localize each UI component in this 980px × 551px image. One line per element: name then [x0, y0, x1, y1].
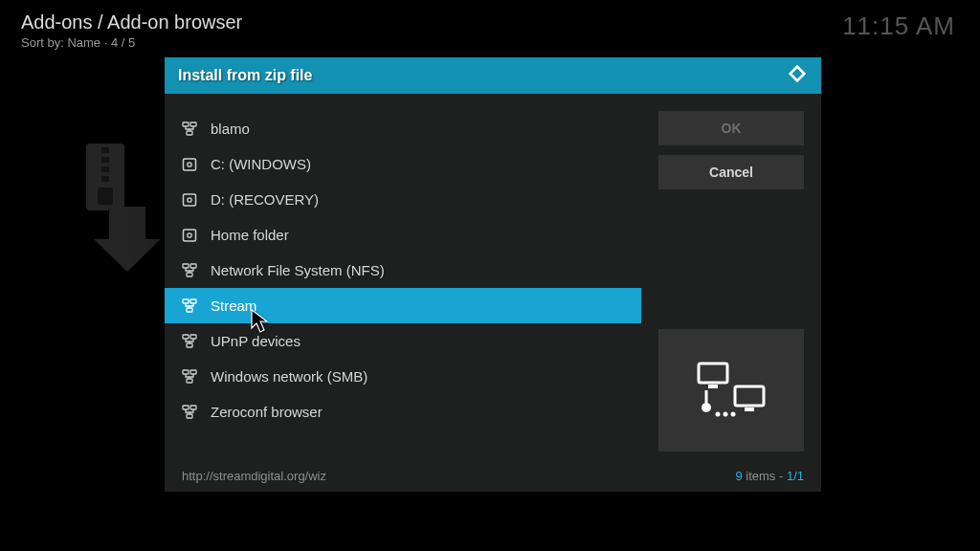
- kodi-logo-icon: [787, 63, 808, 88]
- file-item[interactable]: Network File System (NFS): [165, 253, 641, 288]
- install-zip-dialog: Install from zip file blamoC: (WINDOWS)D…: [165, 57, 821, 492]
- svg-rect-3: [101, 166, 109, 172]
- svg-rect-32: [735, 386, 764, 406]
- svg-rect-5: [98, 187, 113, 205]
- svg-rect-9: [184, 159, 196, 170]
- file-item-label: C: (WINDOWS): [211, 156, 311, 172]
- svg-rect-27: [183, 406, 189, 409]
- svg-rect-23: [187, 343, 192, 347]
- svg-rect-6: [183, 122, 189, 126]
- disk-icon: [182, 192, 197, 208]
- svg-rect-19: [190, 299, 196, 303]
- file-list[interactable]: blamoC: (WINDOWS)D: (RECOVERY)Home folde…: [165, 111, 641, 459]
- clock: 11:15 AM: [842, 11, 955, 41]
- file-item-label: Stream: [211, 298, 256, 314]
- dialog-title: Install from zip file: [178, 67, 787, 84]
- svg-rect-16: [190, 264, 196, 268]
- footer-item-count: 9 items - 1/1: [735, 469, 804, 483]
- file-item[interactable]: D: (RECOVERY): [165, 182, 641, 217]
- file-item[interactable]: Zeroconf browser: [165, 394, 641, 430]
- file-item[interactable]: C: (WINDOWS): [165, 146, 641, 182]
- file-item-label: D: (RECOVERY): [211, 191, 319, 208]
- svg-rect-18: [183, 299, 189, 303]
- network-icon: [182, 405, 197, 420]
- svg-rect-28: [190, 406, 196, 409]
- svg-rect-30: [699, 364, 727, 383]
- network-icon: [182, 369, 197, 385]
- svg-rect-4: [101, 176, 109, 182]
- dialog-header: Install from zip file: [165, 57, 821, 94]
- file-item-label: blamo: [211, 121, 250, 137]
- file-item-label: UPnP devices: [211, 333, 301, 349]
- preview-thumbnail: [658, 329, 804, 452]
- file-item-label: Home folder: [211, 227, 289, 243]
- svg-rect-24: [183, 370, 189, 374]
- svg-rect-31: [708, 385, 718, 388]
- file-item[interactable]: UPnP devices: [165, 323, 641, 359]
- file-item[interactable]: Windows network (SMB): [165, 359, 641, 394]
- svg-rect-22: [190, 335, 196, 339]
- svg-rect-7: [190, 122, 196, 126]
- svg-rect-25: [190, 370, 196, 374]
- file-item[interactable]: Stream: [165, 288, 641, 323]
- svg-point-37: [731, 412, 736, 417]
- file-item-label: Network File System (NFS): [211, 262, 385, 278]
- file-item-label: Windows network (SMB): [211, 368, 368, 385]
- svg-point-12: [188, 197, 191, 201]
- network-icon: [182, 121, 197, 137]
- footer-path: http://streamdigital.org/wiz: [182, 469, 326, 483]
- sort-line: Sort by: Name · 4 / 5: [21, 35, 242, 50]
- svg-point-34: [702, 403, 711, 412]
- svg-point-14: [188, 232, 191, 236]
- svg-rect-17: [187, 273, 192, 276]
- svg-point-35: [716, 412, 721, 417]
- disk-icon: [182, 228, 197, 243]
- svg-point-36: [724, 412, 728, 417]
- svg-rect-20: [187, 308, 192, 312]
- svg-rect-15: [183, 264, 189, 268]
- svg-rect-21: [183, 335, 189, 339]
- disk-icon: [182, 157, 197, 172]
- svg-rect-26: [187, 379, 192, 383]
- svg-point-10: [188, 162, 191, 165]
- zip-download-icon: [80, 140, 161, 274]
- network-icon: [182, 263, 197, 278]
- network-icon: [182, 334, 197, 349]
- svg-rect-11: [184, 194, 196, 206]
- file-item-label: Zeroconf browser: [211, 404, 323, 420]
- svg-rect-29: [187, 414, 192, 418]
- svg-rect-8: [187, 131, 192, 135]
- network-icon: [182, 298, 197, 314]
- file-item[interactable]: Home folder: [165, 217, 641, 253]
- ok-button[interactable]: OK: [658, 111, 804, 145]
- breadcrumb: Add-ons / Add-on browser: [21, 11, 242, 33]
- svg-rect-13: [184, 230, 196, 241]
- svg-rect-2: [101, 157, 109, 163]
- svg-rect-1: [101, 147, 109, 153]
- file-item[interactable]: blamo: [165, 111, 641, 146]
- cancel-button[interactable]: Cancel: [658, 155, 804, 189]
- svg-rect-33: [745, 408, 754, 411]
